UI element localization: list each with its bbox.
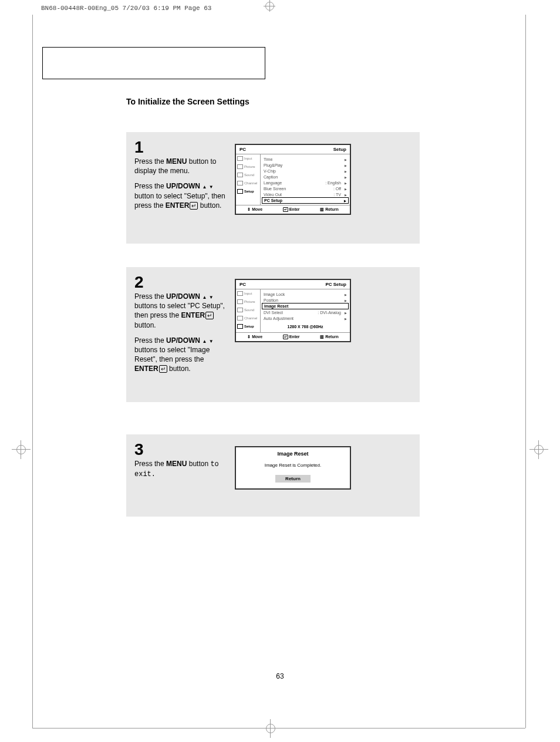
enter-icon xyxy=(189,201,198,210)
sound-icon xyxy=(237,173,243,177)
picture-icon xyxy=(237,299,243,304)
enter-hint: Enter xyxy=(283,207,300,212)
chevron-right-icon xyxy=(344,198,346,203)
osd-main: Time Plug&Play V-Chip Caption Language: … xyxy=(261,154,350,205)
return-hint: Return xyxy=(320,207,339,212)
move-hint: Move xyxy=(247,207,262,212)
chevron-right-icon xyxy=(345,187,347,191)
step-2-text: Press the UP/DOWN buttons to select "PC … xyxy=(134,292,234,374)
osd-footer: Move Enter Return xyxy=(236,205,350,214)
chevron-right-icon xyxy=(345,175,347,179)
osd-pc-setup-menu: PCPC Setup Input Picture Sound Channel S… xyxy=(235,279,351,342)
osd-header-right: PC Setup xyxy=(325,282,346,287)
down-arrow-icon xyxy=(209,292,214,301)
down-arrow-icon xyxy=(209,182,214,190)
chevron-right-icon xyxy=(345,311,347,315)
enter-hint: Enter xyxy=(283,335,300,339)
frame-line xyxy=(32,15,33,728)
chevron-right-icon xyxy=(345,181,347,185)
step-1-text: Press the MENU button to display the men… xyxy=(134,157,234,210)
setup-icon xyxy=(237,324,243,329)
up-arrow-icon xyxy=(202,292,207,301)
down-arrow-icon xyxy=(209,336,214,345)
move-hint: Move xyxy=(247,335,262,339)
osd-main: Image Lock Position Image Reset DVI Sele… xyxy=(261,289,350,332)
dialog-message: Image Reset is Completed. xyxy=(236,463,350,475)
return-hint: Return xyxy=(320,335,339,339)
print-header: BN68-00448R-00Eng_05 7/20/03 6:19 PM Pag… xyxy=(41,5,211,12)
osd-sidebar: Input Picture Sound Channel Setup xyxy=(236,154,261,205)
osd-header-left: PC xyxy=(239,282,246,287)
chevron-right-icon xyxy=(345,163,347,167)
osd-setup-menu: PCSetup Input Picture Sound Channel Setu… xyxy=(235,144,351,215)
section-title: To Initialize the Screen Settings xyxy=(126,97,249,106)
chevron-right-icon xyxy=(345,316,347,321)
page-number: 63 xyxy=(0,672,560,680)
channel-icon xyxy=(237,181,243,186)
heading-placeholder-box xyxy=(42,47,265,79)
input-icon xyxy=(237,156,243,161)
osd-resolution: 1280 X 768 @60Hz xyxy=(263,321,348,331)
dialog-title: Image Reset xyxy=(236,447,350,463)
frame-line xyxy=(32,728,525,728)
crop-mark-icon xyxy=(12,440,31,459)
chevron-right-icon xyxy=(345,292,347,296)
crop-mark-icon xyxy=(261,719,280,738)
enter-icon xyxy=(158,365,167,373)
chevron-right-icon xyxy=(345,157,347,161)
crop-mark-icon xyxy=(261,0,279,18)
up-arrow-icon xyxy=(202,182,207,190)
crop-mark-icon xyxy=(529,440,548,459)
chevron-right-icon xyxy=(345,169,347,173)
osd-row-selected: Image Reset xyxy=(262,303,349,309)
input-icon xyxy=(237,291,243,296)
sound-icon xyxy=(237,308,243,312)
print-header-text: BN68-00448R-00Eng_05 7/20/03 6:19 PM Pag… xyxy=(41,5,211,12)
osd-header-left: PC xyxy=(239,147,246,152)
osd-image-reset-dialog: Image Reset Image Reset is Completed. Re… xyxy=(235,446,351,490)
step-3-text: Press the MENU button to exit. xyxy=(134,459,234,479)
enter-icon xyxy=(205,311,214,319)
up-arrow-icon xyxy=(202,336,207,345)
osd-sidebar: Input Picture Sound Channel Setup xyxy=(236,289,261,332)
channel-icon xyxy=(237,316,243,321)
osd-header-right: Setup xyxy=(333,147,346,152)
chevron-right-icon xyxy=(345,193,347,197)
frame-line xyxy=(525,15,526,728)
return-button: Return xyxy=(275,475,311,483)
osd-row-selected: PC Setup xyxy=(262,197,349,204)
chevron-right-icon xyxy=(345,298,347,302)
picture-icon xyxy=(237,164,243,169)
osd-footer: Move Enter Return xyxy=(236,332,350,341)
setup-icon xyxy=(237,189,243,194)
